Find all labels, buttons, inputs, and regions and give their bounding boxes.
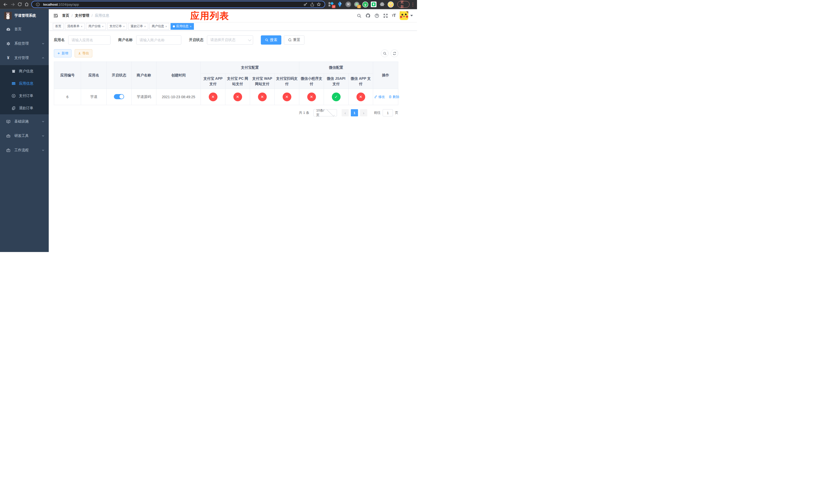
sidebar-item-infrastructure[interactable]: 基础设施 (0, 114, 49, 129)
page-size-select[interactable]: 10条/页 (313, 109, 337, 116)
address-bar[interactable]: localhost:1024/pay/app (31, 1, 325, 8)
cell-merchant: 芋道源码 (132, 89, 156, 105)
cell-alipay-app: ✕ (201, 89, 225, 105)
sidebar-item-merchant-info[interactable]: 商户信息 (0, 65, 49, 77)
tag-user-group[interactable]: 用户分组× (86, 23, 106, 30)
current-page[interactable]: 1 (351, 109, 358, 116)
bookmark-star-icon[interactable] (315, 1, 322, 8)
active-dot (173, 25, 175, 27)
col-alipay-pc: 支付宝 PC 网站支付 (225, 74, 250, 89)
search-button[interactable]: 搜索 (261, 36, 281, 45)
toggle-search-button[interactable] (381, 49, 389, 57)
sidebar-item-label: 研发工具 (14, 134, 29, 138)
browser-reload-button[interactable] (16, 1, 23, 8)
close-icon[interactable]: × (123, 25, 125, 28)
pagination: 共 1 条 10条/页 ‹ 1 › 前往 页 (54, 109, 398, 116)
merchant-name-input[interactable] (136, 36, 181, 45)
goto-unit: 页 (395, 111, 398, 115)
extension-wechat-devtool-icon[interactable] (370, 1, 377, 8)
sidebar-item-system[interactable]: 系统管理 (0, 37, 49, 51)
site-info-icon[interactable] (35, 1, 41, 8)
font-size-big-t: T (393, 13, 396, 18)
breadcrumb-home[interactable]: 首页 (62, 13, 69, 18)
reset-button-label: 重置 (293, 38, 300, 42)
add-button[interactable]: 新增 (54, 49, 71, 58)
breadcrumb-payment[interactable]: 支付管理 (75, 13, 89, 18)
font-size-icon[interactable]: TT (392, 13, 396, 18)
table-right-tools (381, 49, 398, 57)
close-icon[interactable]: × (190, 25, 191, 28)
prev-page-button[interactable]: ‹ (342, 109, 349, 116)
sidebar-item-pay-order[interactable]: ¥ 支付订单 (0, 90, 49, 102)
sidebar-item-workflow[interactable]: 工作流程 (0, 143, 49, 157)
password-key-icon[interactable] (302, 1, 309, 8)
breadcrumb-separator: / (71, 14, 72, 18)
next-page-button[interactable]: › (360, 109, 367, 116)
red-annotation-title: 应用列表 (190, 10, 229, 22)
browser-menu-icon[interactable]: ⋮ (411, 2, 415, 7)
extension-yuque-icon[interactable]: y (361, 1, 369, 8)
tag-label: 退款订单 (131, 24, 143, 28)
delete-link[interactable]: 删除 (389, 95, 399, 99)
tag-refund-order[interactable]: 退款订单× (128, 23, 148, 30)
tag-pay-order[interactable]: 支付订单× (107, 23, 127, 30)
tag-merchant-info[interactable]: 商户信息× (150, 23, 169, 30)
sidebar-logo[interactable]: 芋道管理系统 (0, 9, 49, 22)
reset-button[interactable]: 重置 (284, 36, 304, 45)
store-icon (11, 69, 16, 73)
close-icon[interactable]: × (81, 25, 82, 28)
sidebar-item-home[interactable]: 首页 (0, 22, 49, 37)
tag-app-info-active[interactable]: 应用信息× (171, 23, 194, 30)
tag-process-form[interactable]: 流程表单× (65, 23, 85, 30)
sidebar-item-refund-order[interactable]: 退款订单 (0, 102, 49, 114)
app-name-input[interactable] (68, 36, 111, 45)
extension-recorder-icon[interactable]: 1 (353, 1, 360, 8)
tag-home[interactable]: 首页 (53, 23, 64, 30)
close-icon[interactable]: × (102, 25, 103, 28)
user-menu[interactable] (399, 11, 413, 20)
edit-link[interactable]: 修改 (374, 95, 385, 99)
export-button[interactable]: 导出 (74, 49, 92, 58)
extension-downloader-icon[interactable]: 10 (328, 1, 335, 8)
profile-emoji-avatar[interactable] (387, 1, 394, 8)
goto-page-input[interactable] (382, 109, 393, 116)
browser-home-button[interactable] (23, 1, 30, 8)
sidebar-item-label: 基础设施 (14, 119, 29, 124)
extensions-puzzle-icon[interactable] (378, 1, 386, 8)
yen-icon: ¥ (6, 55, 11, 60)
browser-forward-button[interactable] (9, 1, 16, 8)
tag-label: 支付订单 (110, 24, 122, 28)
search-form: 应用名 商户名称 开启状态 请选择开启状态 (54, 36, 412, 45)
logo-bunny-image (4, 12, 12, 20)
close-icon[interactable]: × (166, 25, 167, 28)
refresh-icon (393, 51, 396, 55)
sidebar-item-app-info[interactable]: 应用信息 (0, 77, 49, 90)
cell-wechat-jsapi: ✓ (324, 89, 349, 105)
browser-update-button[interactable]: 更新 (397, 1, 410, 8)
sidebar-item-payment[interactable]: ¥ 支付管理 (0, 51, 49, 65)
sidebar: 芋道管理系统 首页 系统管理 ¥ 支付管理 (0, 9, 49, 252)
status-badge: ✕ (209, 93, 218, 101)
refresh-button[interactable] (391, 49, 398, 57)
sidebar-item-label: 支付管理 (14, 55, 29, 60)
extension-command-icon[interactable]: ⌘ (345, 1, 352, 8)
fullscreen-icon[interactable] (383, 13, 388, 18)
grid-table-icon (11, 82, 16, 86)
chevron-down-icon (410, 15, 413, 17)
download-icon (78, 52, 81, 55)
sidebar-item-label: 工作流程 (14, 148, 29, 153)
sidebar-item-dev-tools[interactable]: 研发工具 (0, 129, 49, 143)
close-icon[interactable]: × (144, 25, 146, 28)
status-select-placeholder: 请选择开启状态 (210, 38, 248, 42)
github-icon[interactable] (366, 13, 371, 18)
search-icon[interactable] (357, 13, 361, 18)
app-shell: 芋道管理系统 首页 系统管理 ¥ 支付管理 (0, 9, 417, 252)
sidebar-collapse-icon[interactable] (53, 13, 59, 19)
help-icon[interactable] (374, 13, 379, 18)
extension-pin-icon[interactable] (336, 1, 344, 8)
update-label: 更新 (400, 0, 407, 9)
status-toggle[interactable] (114, 94, 124, 99)
status-select[interactable]: 请选择开启状态 (207, 36, 253, 45)
browser-back-button[interactable] (2, 1, 9, 8)
share-icon[interactable] (309, 1, 315, 8)
